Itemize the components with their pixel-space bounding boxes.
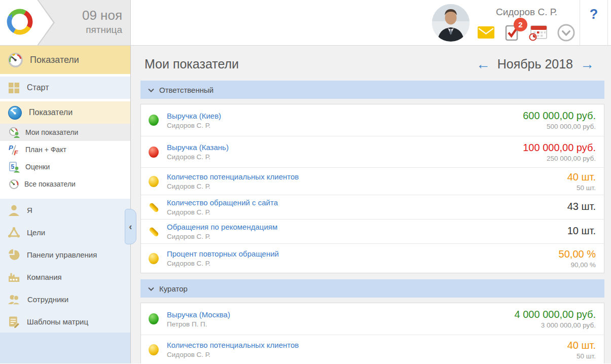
indicator-row[interactable]: Выручка (Казань) Сидоров С. Р. 100 000,0… — [141, 136, 604, 167]
sidebar-item-dashboards[interactable]: Панели управления — [0, 243, 130, 266]
sidebar-module-indicators[interactable]: Показатели — [0, 46, 130, 74]
my-indicators-icon — [9, 127, 20, 138]
factory-icon — [8, 271, 20, 283]
sidebar-item-indicators[interactable]: Показатели — [0, 101, 130, 124]
indicators-card: Выручка (Киев) Сидоров С. Р. 600 000,00 … — [140, 104, 604, 273]
chevron-down-icon[interactable] — [557, 23, 576, 42]
plan-value: 90,00 % — [559, 261, 596, 269]
indicator-row[interactable]: Выручка (Москва) Петров П. П. 4 000 000,… — [141, 303, 604, 335]
user-name[interactable]: Сидоров С. Р. — [496, 7, 557, 18]
sidebar-item-label: Я — [27, 206, 32, 214]
all-indicators-icon — [9, 179, 19, 190]
matrix-template-icon — [8, 315, 20, 328]
top-bar: 09 ноя пятница Си — [0, 0, 611, 46]
body-row: Показатели Старт — [0, 46, 611, 363]
indicator-row[interactable]: Процент повторных обращений Сидоров С. Р… — [141, 243, 604, 273]
sidebar-item-my-indicators[interactable]: Мои показатели — [0, 124, 130, 141]
sidebar-item-goals[interactable]: Цели — [0, 221, 130, 243]
indicator-owner: Петров П. П. — [167, 320, 515, 328]
date-day: 09 ноя — [82, 8, 122, 23]
sidebar-item-label: Мои показатели — [25, 128, 78, 136]
sidebar-item-grades[interactable]: 5 Оценки — [0, 158, 130, 175]
plan-value: 500 000,00 руб. — [523, 123, 596, 130]
user-area: Сидоров С. Р. — [432, 0, 580, 45]
sidebar-item-plan-fact[interactable]: P F План + Факт — [0, 141, 130, 158]
svg-text:P: P — [9, 144, 13, 152]
sidebar-item-label: Оценки — [25, 163, 50, 171]
notification-badge[interactable]: 2 — [514, 18, 527, 31]
employees-icon — [8, 293, 21, 306]
sidebar-item-company[interactable]: Компания — [0, 266, 130, 288]
status-ball-icon — [147, 145, 160, 159]
indicator-link[interactable]: Количество потенциальных клиентов — [167, 341, 567, 349]
month-navigator: ← Ноябрь 2018 → — [476, 57, 594, 71]
chevron-down-icon — [148, 284, 154, 293]
fact-value: 40 шт. — [567, 340, 596, 351]
indicator-row[interactable]: Количество потенциальных клиентов Сидоро… — [141, 335, 604, 363]
indicator-link[interactable]: Количество обращений с сайта — [167, 198, 567, 207]
sidebar-item-label: Панели управления — [27, 250, 97, 259]
indicator-link[interactable]: Обращения по рекомендациям — [167, 223, 567, 231]
indicator-row[interactable]: Количество потенциальных клиентов Сидоро… — [141, 167, 604, 195]
section-header-curator[interactable]: Куратор — [140, 279, 604, 298]
sidebar-item-matrix-templates[interactable]: Шаблоны матриц — [0, 310, 130, 333]
title-row: Мои показатели ← Ноябрь 2018 → — [140, 46, 604, 81]
gauge-blue-icon — [8, 105, 22, 120]
indicator-owner: Сидоров С. Р. — [167, 183, 567, 190]
status-ball-icon — [147, 343, 160, 356]
section-header-responsible[interactable]: Ответственный — [140, 81, 604, 99]
sidebar-group: Я Цели — [0, 199, 130, 333]
sidebar-item-me[interactable]: Я — [0, 199, 130, 221]
help-icon[interactable]: ? — [580, 0, 608, 45]
sidebar-module-label: Показатели — [30, 55, 79, 65]
person-icon — [8, 204, 20, 216]
indicators-card: Выручка (Москва) Петров П. П. 4 000 000,… — [140, 303, 604, 363]
fact-value: 600 000,00 руб. — [523, 110, 596, 122]
indicator-row[interactable]: Количество обращений с сайта Сидоров С. … — [141, 195, 604, 219]
plan-value: 3 000 000,00 руб. — [515, 321, 596, 329]
sidebar-item-all-indicators[interactable]: Все показатели — [0, 175, 130, 193]
fact-value: 40 шт. — [567, 171, 596, 183]
indicator-link[interactable]: Количество потенциальных клиентов — [167, 172, 567, 181]
header-icons-row: 2 — [478, 23, 576, 42]
indicator-link[interactable]: Выручка (Киев) — [167, 112, 523, 120]
svg-text:5: 5 — [11, 163, 15, 170]
tasks-icon[interactable]: 2 — [504, 24, 520, 41]
plan-fact-icon: P F — [9, 144, 20, 156]
user-column: Сидоров С. Р. — [478, 4, 576, 42]
status-ball-icon — [147, 312, 160, 325]
section-label: Ответственный — [159, 86, 213, 94]
date-weekday: пятница — [82, 23, 122, 36]
indicator-link[interactable]: Выручка (Казань) — [167, 143, 523, 152]
indicator-owner: Сидоров С. Р. — [167, 208, 567, 216]
sidebar-item-employees[interactable]: Сотрудники — [0, 288, 130, 310]
next-month-arrow[interactable]: → — [580, 58, 594, 71]
indicator-link[interactable]: Выручка (Москва) — [167, 310, 515, 319]
indicator-link[interactable]: Процент повторных обращений — [167, 249, 559, 258]
grades-icon: 5 — [9, 161, 20, 173]
mail-icon[interactable] — [478, 26, 494, 39]
indicator-row[interactable]: Обращения по рекомендациям Сидоров С. Р.… — [141, 219, 604, 243]
gauge-icon — [8, 52, 23, 68]
sidebar-item-label: Цели — [27, 228, 45, 237]
indicator-row[interactable]: Выручка (Киев) Сидоров С. Р. 600 000,00 … — [141, 104, 604, 136]
month-label: Ноябрь 2018 — [497, 57, 573, 71]
sidebar-item-label: Все показатели — [24, 180, 76, 188]
sidebar-item-start[interactable]: Старт — [0, 77, 130, 99]
indicator-owner: Сидоров С. Р. — [167, 122, 523, 129]
fact-value: 4 000 000,00 руб. — [515, 309, 596, 320]
status-stick-icon — [147, 225, 160, 238]
chevron-down-icon — [148, 85, 154, 94]
logo-icon[interactable] — [5, 7, 34, 39]
pie-chart-icon — [8, 248, 20, 261]
prev-month-arrow[interactable]: ← — [476, 58, 490, 71]
sidebar-item-label: Компания — [27, 273, 62, 281]
grid-icon — [8, 82, 20, 94]
calendar-icon[interactable] — [529, 24, 548, 41]
app-window: 09 ноя пятница Си — [0, 0, 611, 364]
sidebar-collapse-handle[interactable]: ‹ — [125, 209, 136, 244]
main-content: Мои показатели ← Ноябрь 2018 → Ответстве… — [131, 46, 611, 363]
fact-value: 100 000,00 руб. — [523, 142, 596, 154]
current-date: 09 ноя пятница — [82, 8, 122, 36]
avatar[interactable] — [432, 4, 470, 42]
